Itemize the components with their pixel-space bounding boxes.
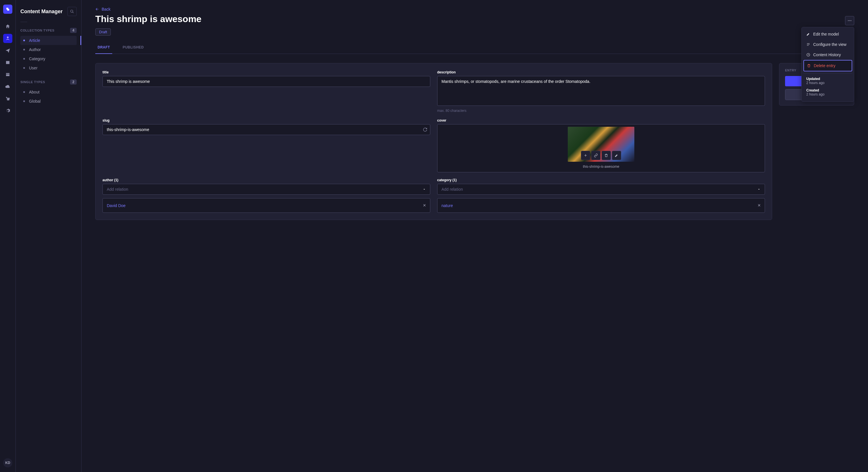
sidebar-item-label: About <box>29 90 40 94</box>
sidebar-item-author[interactable]: Author <box>20 45 76 54</box>
search-button[interactable] <box>67 7 76 16</box>
sidebar-item-label: Article <box>29 38 40 43</box>
rail-media[interactable] <box>3 58 12 67</box>
sidebar-item-label: Global <box>29 99 40 103</box>
app-logo[interactable] <box>3 5 12 14</box>
rail-builder[interactable] <box>3 70 12 79</box>
plus-icon <box>584 154 588 158</box>
updated-label: Updated <box>806 77 849 81</box>
sidebar-item-global[interactable]: Global <box>20 97 76 106</box>
cover-add-button[interactable] <box>581 151 590 160</box>
author-remove-button[interactable]: × <box>423 202 426 208</box>
updated-value: 2 hours ago <box>806 81 849 85</box>
edit-tabs: DRAFT PUBLISHED <box>95 42 854 54</box>
collection-types-label: COLLECTION TYPES <box>20 29 55 32</box>
pencil-icon <box>615 154 619 158</box>
sidebar-item-article[interactable]: Article <box>20 36 76 45</box>
cover-label: cover <box>437 119 765 123</box>
pencil-icon <box>806 32 810 36</box>
menu-delete-entry[interactable]: Delete entry <box>803 60 852 71</box>
author-placeholder: Add relation <box>107 187 128 192</box>
user-avatar[interactable]: KD <box>3 458 12 467</box>
category-remove-button[interactable]: × <box>757 202 761 208</box>
slug-label: slug <box>102 119 430 123</box>
caret-down-icon <box>423 188 426 191</box>
trash-icon <box>807 64 811 68</box>
created-label: Created <box>806 88 849 92</box>
single-count-badge: 2 <box>70 79 76 85</box>
svg-point-2 <box>849 20 850 21</box>
description-label: description <box>437 70 765 74</box>
cover-caption: this-shrimp-is-awesome <box>583 165 619 169</box>
page-title: This shrimp is awesome <box>95 14 854 24</box>
svg-point-1 <box>848 20 849 21</box>
tab-draft[interactable]: DRAFT <box>95 42 112 54</box>
list-icon <box>806 42 810 46</box>
form-card: title description Mantis shrimps, or sto… <box>95 63 772 220</box>
single-types-label: SINGLE TYPES <box>20 80 45 84</box>
category-placeholder: Add relation <box>441 187 463 192</box>
category-relation-chip: nature × <box>437 198 765 213</box>
sidebar-item-user[interactable]: User <box>20 63 76 72</box>
menu-label: Content History <box>813 53 841 57</box>
menu-label: Configure the view <box>813 42 846 47</box>
rail-content[interactable] <box>3 34 12 43</box>
menu-content-history[interactable]: Content History <box>803 49 852 60</box>
rail-send[interactable] <box>3 46 12 55</box>
status-badge: Draft <box>95 28 111 36</box>
actions-dropdown: Edit the model Configure the view Conten… <box>801 27 854 102</box>
arrow-left-icon <box>95 7 99 11</box>
search-icon <box>70 9 74 13</box>
author-relation-name[interactable]: David Doe <box>107 203 125 208</box>
history-icon <box>806 53 810 57</box>
svg-point-3 <box>850 20 851 21</box>
content-sidebar: Content Manager COLLECTION TYPES 4 Artic… <box>16 0 82 472</box>
author-relation-chip: David Doe × <box>102 198 430 213</box>
rail-marketplace[interactable] <box>3 94 12 103</box>
menu-label: Edit the model <box>813 32 839 36</box>
author-label: author (1) <box>102 178 430 182</box>
refresh-icon <box>423 127 427 132</box>
svg-point-0 <box>71 10 73 12</box>
menu-label: Delete entry <box>814 63 835 68</box>
created-value: 2 hours ago <box>806 92 849 96</box>
tab-published[interactable]: PUBLISHED <box>120 42 146 54</box>
caret-down-icon <box>757 188 761 191</box>
sidebar-item-label: Category <box>29 57 45 61</box>
link-icon <box>594 154 598 158</box>
cover-delete-button[interactable] <box>601 151 611 160</box>
title-label: title <box>102 70 430 74</box>
trash-icon <box>604 154 608 158</box>
sidebar-item-about[interactable]: About <box>20 88 76 97</box>
cover-edit-button[interactable] <box>612 151 621 160</box>
sidebar-item-label: User <box>29 66 38 70</box>
dots-icon <box>847 19 852 23</box>
regenerate-slug-button[interactable] <box>423 127 427 132</box>
more-actions-button[interactable] <box>845 16 854 25</box>
description-input[interactable]: Mantis shrimps, or stomatopods, are mari… <box>437 76 765 106</box>
title-input[interactable] <box>102 76 430 87</box>
back-link[interactable]: Back <box>95 7 111 11</box>
sidebar-title: Content Manager <box>20 9 63 14</box>
author-select[interactable]: Add relation <box>102 184 430 195</box>
main-content: Back This shrimp is awesome Draft DRAFT … <box>82 0 868 472</box>
sidebar-item-category[interactable]: Category <box>20 54 76 63</box>
cover-field: this-shrimp-is-awesome <box>437 124 765 172</box>
category-label: category (1) <box>437 178 765 182</box>
rail-home[interactable] <box>3 22 12 31</box>
slug-input[interactable] <box>102 124 430 135</box>
sidebar-item-label: Author <box>29 47 41 52</box>
menu-edit-model[interactable]: Edit the model <box>803 29 852 39</box>
cover-link-button[interactable] <box>591 151 600 160</box>
category-select[interactable]: Add relation <box>437 184 765 195</box>
collection-count-badge: 4 <box>70 28 76 33</box>
rail-cloud[interactable] <box>3 82 12 91</box>
nav-rail: KD <box>0 0 16 472</box>
back-label: Back <box>102 7 111 11</box>
description-helper: max. 80 characters <box>437 109 765 113</box>
cover-image[interactable] <box>568 127 634 162</box>
category-relation-name[interactable]: nature <box>441 203 453 208</box>
rail-settings[interactable] <box>3 106 12 115</box>
menu-configure-view[interactable]: Configure the view <box>803 39 852 49</box>
